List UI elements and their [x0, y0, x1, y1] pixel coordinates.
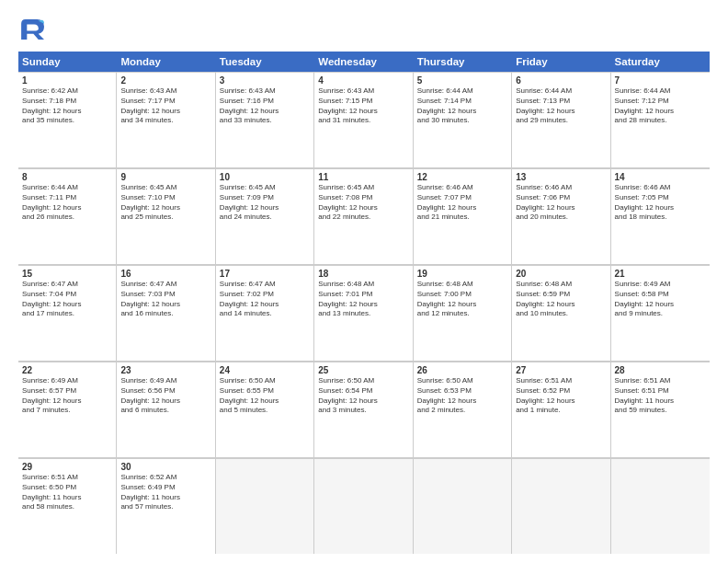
day-info: Sunrise: 6:44 AMSunset: 7:13 PMDaylight:…	[516, 86, 606, 126]
day-info: Sunrise: 6:47 AMSunset: 7:02 PMDaylight:…	[220, 280, 310, 319]
day-info: Sunrise: 6:47 AMSunset: 7:03 PMDaylight:…	[120, 280, 210, 319]
page: SundayMondayTuesdayWednesdayThursdayFrid…	[0, 0, 728, 563]
logo	[18, 17, 48, 42]
day-number: 13	[516, 172, 606, 182]
day-cell-22: 22Sunrise: 6:49 AMSunset: 6:57 PMDayligh…	[18, 362, 117, 457]
day-number: 28	[615, 365, 706, 375]
day-info: Sunrise: 6:44 AMSunset: 7:11 PMDaylight:…	[22, 183, 112, 223]
day-cell-8: 8Sunrise: 6:44 AMSunset: 7:11 PMDaylight…	[18, 168, 117, 264]
day-info: Sunrise: 6:44 AMSunset: 7:12 PMDaylight:…	[615, 86, 706, 126]
calendar-row-3: 22Sunrise: 6:49 AMSunset: 6:57 PMDayligh…	[18, 362, 710, 458]
day-info: Sunrise: 6:49 AMSunset: 6:56 PMDaylight:…	[120, 376, 210, 416]
header-day-monday: Monday	[117, 52, 215, 72]
day-info: Sunrise: 6:51 AMSunset: 6:50 PMDaylight:…	[22, 473, 112, 512]
day-info: Sunrise: 6:43 AMSunset: 7:16 PMDaylight:…	[220, 86, 310, 126]
day-info: Sunrise: 6:50 AMSunset: 6:54 PMDaylight:…	[318, 376, 408, 416]
day-info: Sunrise: 6:43 AMSunset: 7:17 PMDaylight:…	[120, 86, 210, 126]
empty-cell	[512, 458, 610, 554]
empty-cell	[414, 458, 512, 554]
header	[18, 17, 710, 42]
day-number: 8	[22, 172, 112, 182]
day-number: 19	[417, 269, 507, 279]
day-cell-27: 27Sunrise: 6:51 AMSunset: 6:52 PMDayligh…	[512, 362, 610, 457]
day-cell-5: 5Sunrise: 6:44 AMSunset: 7:14 PMDaylight…	[414, 72, 512, 167]
day-info: Sunrise: 6:48 AMSunset: 6:59 PMDaylight:…	[516, 280, 606, 319]
day-info: Sunrise: 6:45 AMSunset: 7:10 PMDaylight:…	[120, 183, 210, 223]
header-day-wednesday: Wednesday	[314, 52, 413, 72]
day-info: Sunrise: 6:42 AMSunset: 7:18 PMDaylight:…	[22, 86, 112, 126]
day-cell-12: 12Sunrise: 6:46 AMSunset: 7:07 PMDayligh…	[414, 168, 512, 264]
day-number: 4	[318, 75, 408, 86]
day-number: 23	[120, 365, 210, 375]
day-cell-10: 10Sunrise: 6:45 AMSunset: 7:09 PMDayligh…	[216, 168, 314, 264]
day-cell-16: 16Sunrise: 6:47 AMSunset: 7:03 PMDayligh…	[117, 265, 215, 361]
day-cell-24: 24Sunrise: 6:50 AMSunset: 6:55 PMDayligh…	[216, 362, 314, 457]
day-info: Sunrise: 6:50 AMSunset: 6:55 PMDaylight:…	[220, 376, 310, 416]
day-number: 15	[22, 269, 112, 279]
calendar-header: SundayMondayTuesdayWednesdayThursdayFrid…	[18, 52, 710, 72]
calendar-row-0: 1Sunrise: 6:42 AMSunset: 7:18 PMDaylight…	[18, 72, 710, 168]
day-cell-1: 1Sunrise: 6:42 AMSunset: 7:18 PMDaylight…	[18, 72, 117, 167]
day-info: Sunrise: 6:50 AMSunset: 6:53 PMDaylight:…	[417, 376, 507, 416]
day-cell-2: 2Sunrise: 6:43 AMSunset: 7:17 PMDaylight…	[117, 72, 215, 167]
day-number: 7	[615, 75, 706, 86]
day-info: Sunrise: 6:51 AMSunset: 6:52 PMDaylight:…	[516, 376, 606, 416]
day-cell-19: 19Sunrise: 6:48 AMSunset: 7:00 PMDayligh…	[414, 265, 512, 361]
day-number: 6	[516, 75, 606, 86]
day-cell-21: 21Sunrise: 6:49 AMSunset: 6:58 PMDayligh…	[611, 265, 710, 361]
day-info: Sunrise: 6:45 AMSunset: 7:08 PMDaylight:…	[318, 183, 408, 223]
day-info: Sunrise: 6:49 AMSunset: 6:58 PMDaylight:…	[615, 280, 706, 319]
day-cell-28: 28Sunrise: 6:51 AMSunset: 6:51 PMDayligh…	[611, 362, 710, 457]
day-number: 2	[120, 75, 210, 86]
header-day-sunday: Sunday	[18, 52, 117, 72]
day-number: 17	[220, 269, 310, 279]
header-day-friday: Friday	[512, 52, 610, 72]
day-info: Sunrise: 6:43 AMSunset: 7:15 PMDaylight:…	[318, 86, 408, 126]
day-number: 5	[417, 75, 507, 86]
day-cell-25: 25Sunrise: 6:50 AMSunset: 6:54 PMDayligh…	[314, 362, 413, 457]
day-cell-30: 30Sunrise: 6:52 AMSunset: 6:49 PMDayligh…	[117, 458, 215, 554]
day-number: 24	[220, 365, 310, 375]
day-cell-29: 29Sunrise: 6:51 AMSunset: 6:50 PMDayligh…	[18, 458, 117, 554]
day-number: 22	[22, 365, 112, 375]
day-cell-26: 26Sunrise: 6:50 AMSunset: 6:53 PMDayligh…	[414, 362, 512, 457]
day-info: Sunrise: 6:44 AMSunset: 7:14 PMDaylight:…	[417, 86, 507, 126]
empty-cell	[611, 458, 710, 554]
empty-cell	[314, 458, 413, 554]
day-info: Sunrise: 6:46 AMSunset: 7:06 PMDaylight:…	[516, 183, 606, 223]
day-info: Sunrise: 6:47 AMSunset: 7:04 PMDaylight:…	[22, 280, 112, 319]
day-number: 27	[516, 365, 606, 375]
day-cell-15: 15Sunrise: 6:47 AMSunset: 7:04 PMDayligh…	[18, 265, 117, 361]
day-info: Sunrise: 6:48 AMSunset: 7:01 PMDaylight:…	[318, 280, 408, 319]
calendar-body: 1Sunrise: 6:42 AMSunset: 7:18 PMDaylight…	[18, 72, 710, 554]
day-number: 12	[417, 172, 507, 182]
day-cell-7: 7Sunrise: 6:44 AMSunset: 7:12 PMDaylight…	[611, 72, 710, 167]
day-number: 29	[22, 462, 112, 472]
day-number: 3	[220, 75, 310, 86]
day-number: 10	[220, 172, 310, 182]
day-info: Sunrise: 6:46 AMSunset: 7:05 PMDaylight:…	[615, 183, 706, 223]
header-day-thursday: Thursday	[414, 52, 512, 72]
day-cell-3: 3Sunrise: 6:43 AMSunset: 7:16 PMDaylight…	[216, 72, 314, 167]
day-number: 1	[22, 75, 112, 86]
day-cell-6: 6Sunrise: 6:44 AMSunset: 7:13 PMDaylight…	[512, 72, 610, 167]
day-number: 9	[120, 172, 210, 182]
day-cell-11: 11Sunrise: 6:45 AMSunset: 7:08 PMDayligh…	[314, 168, 413, 264]
calendar-row-4: 29Sunrise: 6:51 AMSunset: 6:50 PMDayligh…	[18, 458, 710, 554]
day-cell-9: 9Sunrise: 6:45 AMSunset: 7:10 PMDaylight…	[117, 168, 215, 264]
day-cell-17: 17Sunrise: 6:47 AMSunset: 7:02 PMDayligh…	[216, 265, 314, 361]
day-info: Sunrise: 6:46 AMSunset: 7:07 PMDaylight:…	[417, 183, 507, 223]
day-number: 18	[318, 269, 408, 279]
calendar: SundayMondayTuesdayWednesdayThursdayFrid…	[18, 52, 710, 554]
logo-icon	[18, 17, 44, 42]
calendar-row-2: 15Sunrise: 6:47 AMSunset: 7:04 PMDayligh…	[18, 265, 710, 362]
day-number: 21	[615, 269, 706, 279]
day-number: 26	[417, 365, 507, 375]
day-number: 20	[516, 269, 606, 279]
header-day-saturday: Saturday	[611, 52, 710, 72]
day-cell-20: 20Sunrise: 6:48 AMSunset: 6:59 PMDayligh…	[512, 265, 610, 361]
day-info: Sunrise: 6:49 AMSunset: 6:57 PMDaylight:…	[22, 376, 112, 416]
day-number: 11	[318, 172, 408, 182]
day-cell-23: 23Sunrise: 6:49 AMSunset: 6:56 PMDayligh…	[117, 362, 215, 457]
day-cell-14: 14Sunrise: 6:46 AMSunset: 7:05 PMDayligh…	[611, 168, 710, 264]
